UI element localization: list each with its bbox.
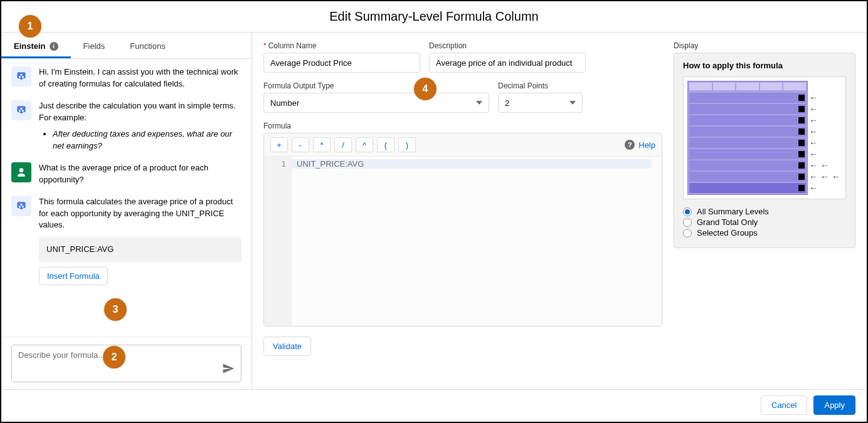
assistant-answer-block: This formula calculates the average pric… bbox=[39, 196, 241, 285]
chevron-down-icon bbox=[569, 101, 576, 105]
arrow-left-icon: ← bbox=[808, 93, 819, 103]
einstein-icon bbox=[11, 196, 31, 216]
arrow-left-icon: ← bbox=[819, 172, 830, 182]
column-name-input[interactable] bbox=[263, 53, 420, 73]
decimal-select[interactable]: 2 bbox=[498, 93, 583, 113]
radio-icon bbox=[683, 229, 692, 238]
formula-label: Formula bbox=[263, 122, 662, 130]
description-input[interactable] bbox=[429, 53, 586, 73]
decimal-value: 2 bbox=[505, 98, 509, 108]
formula-preview-image: ← ← ← ← ← ← ← ← ← ← bbox=[683, 76, 846, 199]
example-list: After deducting taxes and expenses, what… bbox=[39, 128, 241, 152]
arrow-left-icon: ← bbox=[808, 160, 819, 170]
callout-4: 4 bbox=[414, 78, 437, 100]
right-panel: Column Name Description Formula Output T… bbox=[252, 33, 867, 390]
assistant-message: Just describe the calculation you want i… bbox=[11, 100, 241, 152]
radio-selected-label: Selected Groups bbox=[697, 228, 758, 238]
column-name-label: Column Name bbox=[263, 41, 420, 50]
center-column: Column Name Description Formula Output T… bbox=[263, 41, 662, 390]
assistant-message: This formula calculates the average pric… bbox=[11, 196, 241, 285]
arrow-left-icon: ← bbox=[808, 138, 819, 148]
callout-2: 2 bbox=[103, 346, 125, 368]
einstein-icon bbox=[11, 100, 31, 120]
validate-button[interactable]: Validate bbox=[263, 337, 311, 356]
output-type-value: Number bbox=[270, 98, 299, 108]
help-icon: ? bbox=[625, 140, 635, 150]
example-item: After deducting taxes and expenses, what… bbox=[53, 128, 241, 152]
tab-functions[interactable]: Functions bbox=[117, 33, 177, 58]
op-divide-button[interactable]: / bbox=[334, 137, 352, 152]
output-type-label: Formula Output Type bbox=[263, 81, 489, 90]
op-power-button[interactable]: ^ bbox=[356, 137, 373, 152]
callout-1: 1 bbox=[19, 15, 41, 38]
display-label: Display bbox=[674, 41, 855, 50]
apply-button[interactable]: Apply bbox=[813, 395, 855, 415]
chevron-down-icon bbox=[476, 101, 482, 105]
cancel-button[interactable]: Cancel bbox=[761, 395, 807, 415]
chat-area: Hi, I'm Einstein. I can assist you with … bbox=[1, 59, 251, 337]
op-plus-button[interactable]: + bbox=[270, 137, 288, 152]
assistant-intro-text: Hi, I'm Einstein. I can assist you with … bbox=[39, 66, 241, 90]
display-title: How to apply this formula bbox=[683, 61, 846, 70]
tab-bar: Einstein i Fields Functions bbox=[1, 33, 251, 59]
tab-einstein-label: Einstein bbox=[14, 41, 46, 51]
assistant-answer-text: This formula calculates the average pric… bbox=[39, 197, 233, 230]
arrow-left-icon: ← bbox=[830, 172, 842, 182]
tab-einstein[interactable]: Einstein i bbox=[1, 33, 71, 58]
radio-all-label: All Summary Levels bbox=[697, 207, 769, 216]
dialog-title: Edit Summary-Level Formula Column bbox=[1, 1, 867, 33]
arrow-left-icon: ← bbox=[808, 172, 819, 182]
radio-grand-total[interactable]: Grand Total Only bbox=[683, 217, 846, 227]
user-question-text: What is the average price of a product f… bbox=[39, 162, 241, 186]
dialog-footer: Cancel Apply bbox=[3, 389, 865, 420]
prompt-area: Describe your formula... bbox=[1, 337, 251, 390]
user-message: What is the average price of a product f… bbox=[11, 162, 241, 186]
left-panel: Einstein i Fields Functions Hi, I'm Eins… bbox=[1, 33, 252, 390]
op-minus-button[interactable]: - bbox=[292, 137, 309, 152]
arrow-left-icon: ← bbox=[808, 183, 819, 193]
tab-fields[interactable]: Fields bbox=[71, 33, 118, 58]
output-type-select[interactable]: Number bbox=[263, 93, 489, 113]
prompt-placeholder: Describe your formula... bbox=[18, 350, 105, 360]
assistant-instruction-block: Just describe the calculation you want i… bbox=[39, 100, 241, 152]
radio-selected-groups[interactable]: Selected Groups bbox=[683, 228, 846, 238]
arrow-left-icon: ← bbox=[808, 127, 819, 137]
display-box: How to apply this formula bbox=[674, 53, 855, 248]
help-link[interactable]: Help bbox=[638, 140, 655, 150]
arrow-left-icon: ← bbox=[808, 104, 819, 114]
code-area[interactable]: UNIT_PRICE:AVG bbox=[292, 157, 662, 326]
formula-editor: + - * / ^ ( ) ? Help 1 UNIT_PRICE:AVG bbox=[263, 133, 662, 326]
arrow-left-icon: ← bbox=[819, 160, 830, 170]
op-multiply-button[interactable]: * bbox=[313, 137, 331, 152]
suggested-formula: UNIT_PRICE:AVG bbox=[39, 238, 241, 262]
operator-toolbar: + - * / ^ ( ) ? Help bbox=[264, 133, 662, 157]
op-rparen-button[interactable]: ) bbox=[398, 137, 416, 152]
radio-grand-label: Grand Total Only bbox=[697, 217, 758, 227]
description-label: Description bbox=[429, 41, 586, 50]
radio-all-summary[interactable]: All Summary Levels bbox=[683, 207, 846, 216]
assistant-instruction-text: Just describe the calculation you want i… bbox=[39, 101, 236, 122]
op-lparen-button[interactable]: ( bbox=[377, 137, 394, 152]
send-icon[interactable] bbox=[222, 362, 235, 377]
info-icon: i bbox=[50, 42, 58, 51]
callout-3: 3 bbox=[104, 298, 127, 321]
user-icon bbox=[11, 162, 31, 182]
einstein-icon bbox=[11, 66, 31, 86]
assistant-message: Hi, I'm Einstein. I can assist you with … bbox=[11, 66, 241, 90]
code-editor[interactable]: 1 UNIT_PRICE:AVG bbox=[264, 157, 662, 326]
arrow-left-icon: ← bbox=[808, 115, 819, 125]
radio-icon bbox=[683, 207, 692, 216]
radio-icon bbox=[683, 218, 692, 227]
code-line: UNIT_PRICE:AVG bbox=[292, 159, 652, 169]
insert-formula-button[interactable]: Insert Formula bbox=[39, 267, 108, 285]
arrow-left-icon: ← bbox=[808, 149, 819, 159]
prompt-input[interactable]: Describe your formula... bbox=[11, 345, 241, 382]
line-gutter: 1 bbox=[264, 157, 292, 326]
decimal-label: Decimal Points bbox=[498, 81, 583, 90]
display-column: Display How to apply this formula bbox=[674, 41, 855, 390]
